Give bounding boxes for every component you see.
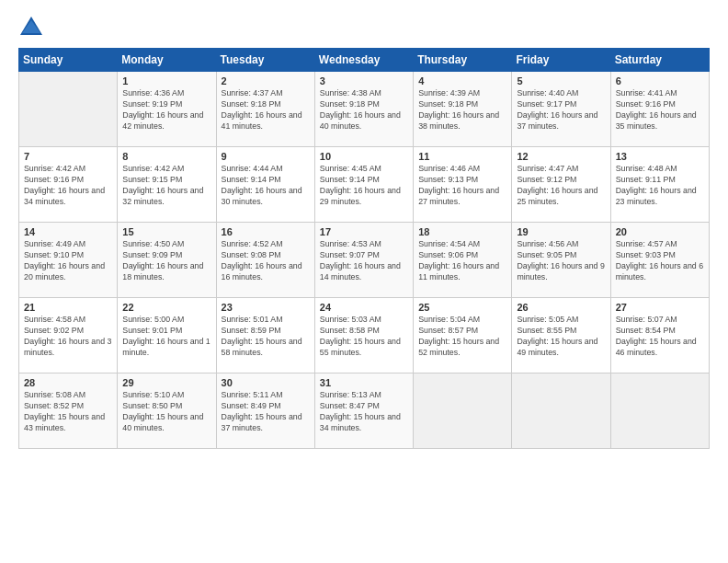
day-info: Sunrise: 4:37 AMSunset: 9:18 PMDaylight:… [222,88,310,132]
calendar-table: SundayMondayTuesdayWednesdayThursdayFrid… [18,48,710,449]
day-info: Sunrise: 5:01 AMSunset: 8:59 PMDaylight:… [222,315,310,359]
day-number: 13 [616,151,704,162]
day-number: 11 [418,151,506,162]
day-info: Sunrise: 4:49 AMSunset: 9:10 PMDaylight:… [24,239,112,283]
logo [18,15,48,40]
day-number: 25 [418,302,506,313]
day-info: Sunrise: 4:46 AMSunset: 9:13 PMDaylight:… [418,164,506,208]
calendar-cell: 3Sunrise: 4:38 AMSunset: 9:18 PMDaylight… [314,72,413,147]
calendar-cell: 15Sunrise: 4:50 AMSunset: 9:09 PMDayligh… [118,223,216,298]
calendar-cell: 11Sunrise: 4:46 AMSunset: 9:13 PMDayligh… [414,147,512,223]
day-info: Sunrise: 4:45 AMSunset: 9:14 PMDaylight:… [320,164,408,208]
day-info: Sunrise: 5:03 AMSunset: 8:58 PMDaylight:… [320,315,408,359]
calendar-cell: 7Sunrise: 4:42 AMSunset: 9:16 PMDaylight… [19,147,118,223]
calendar-cell [512,373,610,449]
logo-icon [18,15,44,40]
day-info: Sunrise: 5:04 AMSunset: 8:57 PMDaylight:… [418,315,506,359]
calendar-cell: 21Sunrise: 4:58 AMSunset: 9:02 PMDayligh… [19,298,118,373]
calendar-cell: 8Sunrise: 4:42 AMSunset: 9:15 PMDaylight… [118,147,216,223]
day-number: 28 [24,377,112,388]
calendar-cell: 18Sunrise: 4:54 AMSunset: 9:06 PMDayligh… [414,223,512,298]
day-info: Sunrise: 4:44 AMSunset: 9:14 PMDaylight:… [222,164,310,208]
day-info: Sunrise: 4:58 AMSunset: 9:02 PMDaylight:… [24,315,112,359]
day-info: Sunrise: 5:13 AMSunset: 8:47 PMDaylight:… [320,390,408,434]
calendar-cell: 28Sunrise: 5:08 AMSunset: 8:52 PMDayligh… [19,373,118,449]
calendar-cell: 13Sunrise: 4:48 AMSunset: 9:11 PMDayligh… [610,147,709,223]
day-info: Sunrise: 4:57 AMSunset: 9:03 PMDaylight:… [616,239,704,283]
day-number: 24 [320,302,408,313]
day-number: 6 [616,75,704,86]
day-number: 16 [222,226,310,237]
day-info: Sunrise: 4:39 AMSunset: 9:18 PMDaylight:… [418,88,506,132]
calendar-cell: 25Sunrise: 5:04 AMSunset: 8:57 PMDayligh… [414,298,512,373]
calendar-cell: 17Sunrise: 4:53 AMSunset: 9:07 PMDayligh… [314,223,413,298]
svg-marker-1 [22,20,40,33]
day-number: 18 [418,226,506,237]
day-info: Sunrise: 4:48 AMSunset: 9:11 PMDaylight:… [616,164,704,208]
calendar-cell: 30Sunrise: 5:11 AMSunset: 8:49 PMDayligh… [216,373,314,449]
calendar-cell [19,72,118,147]
calendar-cell: 20Sunrise: 4:57 AMSunset: 9:03 PMDayligh… [610,223,709,298]
day-number: 19 [517,226,605,237]
day-info: Sunrise: 5:07 AMSunset: 8:54 PMDaylight:… [616,315,704,359]
weekday-header-friday: Friday [512,49,610,72]
calendar-week-row: 7Sunrise: 4:42 AMSunset: 9:16 PMDaylight… [19,147,710,223]
calendar-cell [414,373,512,449]
calendar-cell: 26Sunrise: 5:05 AMSunset: 8:55 PMDayligh… [512,298,610,373]
calendar-cell: 24Sunrise: 5:03 AMSunset: 8:58 PMDayligh… [314,298,413,373]
day-number: 9 [222,151,310,162]
calendar-cell: 23Sunrise: 5:01 AMSunset: 8:59 PMDayligh… [216,298,314,373]
calendar-cell: 14Sunrise: 4:49 AMSunset: 9:10 PMDayligh… [19,223,118,298]
day-number: 8 [122,151,210,162]
weekday-header-tuesday: Tuesday [216,49,314,72]
day-number: 21 [24,302,112,313]
calendar-cell [610,373,709,449]
day-info: Sunrise: 5:05 AMSunset: 8:55 PMDaylight:… [517,315,605,359]
day-number: 12 [517,151,605,162]
calendar-week-row: 14Sunrise: 4:49 AMSunset: 9:10 PMDayligh… [19,223,710,298]
day-info: Sunrise: 5:08 AMSunset: 8:52 PMDaylight:… [24,390,112,434]
day-number: 31 [320,377,408,388]
day-info: Sunrise: 5:10 AMSunset: 8:50 PMDaylight:… [122,390,210,434]
calendar-cell: 5Sunrise: 4:40 AMSunset: 9:17 PMDaylight… [512,72,610,147]
page: SundayMondayTuesdayWednesdayThursdayFrid… [0,0,728,563]
day-info: Sunrise: 4:42 AMSunset: 9:15 PMDaylight:… [122,164,210,208]
calendar-week-row: 28Sunrise: 5:08 AMSunset: 8:52 PMDayligh… [19,373,710,449]
calendar-cell: 19Sunrise: 4:56 AMSunset: 9:05 PMDayligh… [512,223,610,298]
calendar-cell: 6Sunrise: 4:41 AMSunset: 9:16 PMDaylight… [610,72,709,147]
day-number: 20 [616,226,704,237]
weekday-header-sunday: Sunday [19,49,118,72]
calendar-week-row: 1Sunrise: 4:36 AMSunset: 9:19 PMDaylight… [19,72,710,147]
calendar-cell: 2Sunrise: 4:37 AMSunset: 9:18 PMDaylight… [216,72,314,147]
day-info: Sunrise: 4:36 AMSunset: 9:19 PMDaylight:… [122,88,210,132]
calendar-week-row: 21Sunrise: 4:58 AMSunset: 9:02 PMDayligh… [19,298,710,373]
calendar-cell: 16Sunrise: 4:52 AMSunset: 9:08 PMDayligh… [216,223,314,298]
day-info: Sunrise: 4:50 AMSunset: 9:09 PMDaylight:… [122,239,210,283]
day-number: 1 [122,75,210,86]
calendar-cell: 31Sunrise: 5:13 AMSunset: 8:47 PMDayligh… [314,373,413,449]
calendar-cell: 9Sunrise: 4:44 AMSunset: 9:14 PMDaylight… [216,147,314,223]
calendar-cell: 27Sunrise: 5:07 AMSunset: 8:54 PMDayligh… [610,298,709,373]
calendar-cell: 1Sunrise: 4:36 AMSunset: 9:19 PMDaylight… [118,72,216,147]
day-number: 3 [320,75,408,86]
weekday-header-saturday: Saturday [610,49,709,72]
weekday-header-thursday: Thursday [414,49,512,72]
day-info: Sunrise: 5:00 AMSunset: 9:01 PMDaylight:… [122,315,210,359]
day-info: Sunrise: 4:52 AMSunset: 9:08 PMDaylight:… [222,239,310,283]
day-info: Sunrise: 4:41 AMSunset: 9:16 PMDaylight:… [616,88,704,132]
header [18,15,710,40]
day-info: Sunrise: 4:53 AMSunset: 9:07 PMDaylight:… [320,239,408,283]
day-info: Sunrise: 4:38 AMSunset: 9:18 PMDaylight:… [320,88,408,132]
day-info: Sunrise: 4:47 AMSunset: 9:12 PMDaylight:… [517,164,605,208]
weekday-header-wednesday: Wednesday [314,49,413,72]
calendar-cell: 10Sunrise: 4:45 AMSunset: 9:14 PMDayligh… [314,147,413,223]
day-number: 5 [517,75,605,86]
day-info: Sunrise: 4:40 AMSunset: 9:17 PMDaylight:… [517,88,605,132]
day-info: Sunrise: 4:56 AMSunset: 9:05 PMDaylight:… [517,239,605,283]
day-info: Sunrise: 4:42 AMSunset: 9:16 PMDaylight:… [24,164,112,208]
day-number: 14 [24,226,112,237]
day-number: 27 [616,302,704,313]
day-number: 26 [517,302,605,313]
day-number: 15 [122,226,210,237]
day-number: 10 [320,151,408,162]
